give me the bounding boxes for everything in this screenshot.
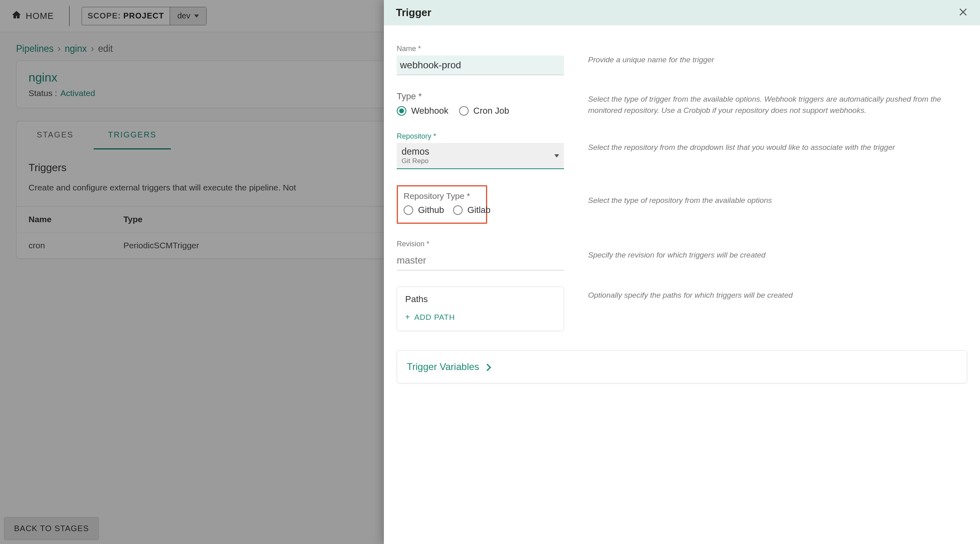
add-path-label: ADD PATH (414, 313, 455, 322)
name-label: Name * (397, 45, 564, 53)
chevron-right-icon (485, 361, 490, 372)
close-button[interactable] (958, 7, 968, 19)
repository-select[interactable]: demos Git Repo (397, 143, 564, 169)
revision-input[interactable] (397, 251, 564, 270)
repo-type-highlight: Repository Type * Github Gitlab (397, 185, 487, 224)
type-helper: Select the type of trigger from the avai… (588, 94, 967, 116)
plus-icon: + (405, 313, 410, 322)
drawer-body: Name * Provide a unique name for the tri… (384, 25, 980, 544)
radio-icon (459, 106, 469, 116)
radio-cronjob[interactable]: Cron Job (459, 106, 509, 116)
radio-gitlab[interactable]: Gitlab (453, 205, 490, 215)
radio-webhook[interactable]: Webhook (397, 106, 449, 116)
field-row-repository: Repository * demos Git Repo Select the r… (397, 132, 967, 169)
chevron-down-icon (554, 154, 559, 157)
trigger-variables-label: Trigger Variables (407, 361, 479, 372)
paths-title: Paths (405, 294, 556, 305)
paths-box: Paths + ADD PATH (397, 286, 564, 331)
radio-webhook-label: Webhook (411, 106, 449, 116)
drawer-title: Trigger (396, 6, 431, 19)
field-row-name: Name * Provide a unique name for the tri… (397, 45, 967, 75)
drawer-header: Trigger (384, 0, 980, 25)
field-row-type: Type * Webhook Cron Job Select the type … (397, 91, 967, 116)
repo-type-helper: Select the type of repository from the a… (588, 195, 967, 206)
field-row-paths: Paths + ADD PATH Optionally specify the … (397, 286, 967, 331)
revision-helper: Specify the revision for which triggers … (588, 250, 967, 261)
radio-icon (404, 205, 413, 215)
repo-type-label: Repository Type * (404, 191, 480, 201)
add-path-button[interactable]: + ADD PATH (405, 313, 556, 322)
repository-helper: Select the repository from the dropdown … (588, 142, 967, 153)
radio-cronjob-label: Cron Job (474, 106, 509, 116)
radio-github-label: Github (418, 205, 444, 215)
field-row-repo-type: Repository Type * Github Gitlab Selec (397, 185, 967, 224)
repository-value: demos (402, 146, 429, 157)
type-label: Type * (397, 91, 564, 102)
radio-github[interactable]: Github (404, 205, 444, 215)
trigger-variables-panel[interactable]: Trigger Variables (397, 350, 967, 383)
radio-gitlab-label: Gitlab (467, 205, 490, 215)
field-row-revision: Revision * Specify the revision for whic… (397, 240, 967, 270)
radio-icon (397, 106, 406, 116)
radio-icon (453, 205, 463, 215)
revision-label: Revision * (397, 240, 564, 248)
name-helper: Provide a unique name for the trigger (588, 54, 967, 65)
name-input[interactable] (397, 55, 564, 75)
repo-type-radio-group: Github Gitlab (404, 205, 480, 215)
paths-helper: Optionally specify the paths for which t… (588, 290, 967, 301)
repository-subtext: Git Repo (402, 157, 429, 165)
repository-label: Repository * (397, 132, 564, 141)
trigger-drawer: Trigger Name * Provide a unique name for… (384, 0, 980, 544)
type-radio-group: Webhook Cron Job (397, 106, 564, 116)
